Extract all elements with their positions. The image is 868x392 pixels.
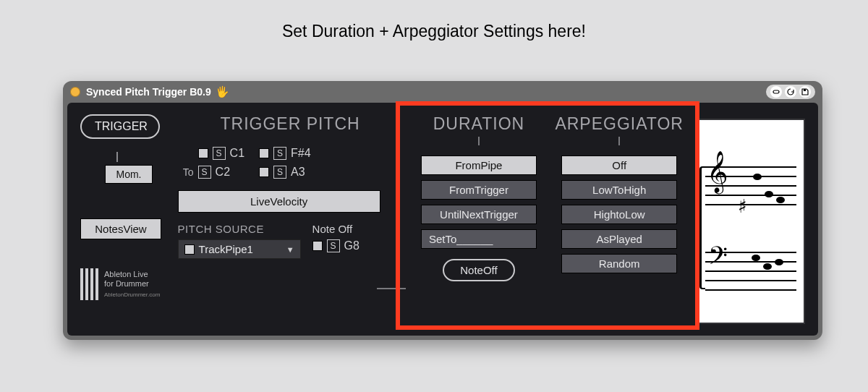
notehead (753, 174, 762, 180)
logo-bars-icon (80, 268, 98, 300)
caption-text: Set Duration + Arpeggiator Settings here… (0, 22, 868, 41)
pitch-heading: TRIGGER PITCH (178, 114, 403, 134)
connector-line (478, 137, 480, 145)
arpeggiator-column: ARPEGGIATOR Off LowToHigh HightoLow AsPl… (555, 114, 684, 324)
titlebar: Synced Pitch Trigger B0.9 🖐 (63, 81, 822, 103)
note-label-4[interactable]: A3 (291, 166, 305, 179)
connector-line (116, 152, 118, 162)
notehead (765, 191, 773, 197)
note-toggle-3[interactable] (259, 148, 269, 158)
treble-staff-lines (705, 166, 796, 213)
device-body: TRIGGER Mom. NotesView Ableton Live for … (67, 103, 818, 336)
pitch-note-rows: S C1 To S C2 S F#4 (178, 147, 403, 179)
logo-block: Ableton Live for Drummer AbletonDrummer.… (80, 268, 165, 300)
notehead (775, 259, 783, 265)
notesview-column: 𝄞 𝄢 ♯ (697, 114, 805, 324)
duration-column: DURATION FromPipe FromTrigger UntilNextT… (416, 114, 542, 324)
pitch-source-select[interactable]: TrackPipe1 ▼ (178, 239, 301, 259)
staff-brace-icon (699, 166, 705, 289)
note-label-2[interactable]: C2 (216, 166, 230, 179)
device-activator-dot[interactable] (70, 87, 80, 97)
pitch-source-led[interactable] (184, 244, 195, 255)
chevron-down-icon: ▼ (286, 245, 294, 254)
noteoff-block: Note Off S G8 (312, 223, 359, 259)
trigger-button[interactable]: TRIGGER (80, 114, 160, 139)
pitch-column: TRIGGER PITCH S C1 To S C2 (178, 114, 403, 324)
device-window: Synced Pitch Trigger B0.9 🖐 TRIGGER Mom.… (63, 81, 822, 340)
solo-button-1[interactable]: S (213, 147, 226, 160)
arpeggiator-option-list: Off LowToHigh HightoLow AsPlayed Random (561, 155, 677, 273)
arpeggiator-heading: ARPEGGIATOR (555, 114, 684, 134)
connector-line (618, 137, 620, 145)
pitch-note-row-4: S A3 (259, 166, 311, 179)
pitch-note-row-1: S C1 (178, 147, 244, 160)
titlebar-icon-group (766, 85, 815, 99)
solo-button-2[interactable]: S (198, 166, 211, 179)
noteoff-note-label[interactable]: G8 (344, 239, 359, 252)
trigger-mode-button[interactable]: Mom. (105, 165, 153, 184)
duration-option-frompipe[interactable]: FromPipe (421, 155, 537, 175)
logo-text: Ableton Live for Drummer AbletonDrummer.… (104, 270, 155, 299)
duration-heading: DURATION (433, 114, 524, 134)
duration-option-fromtrigger[interactable]: FromTrigger (421, 180, 537, 200)
pitch-note-row-2: To S C2 (178, 166, 244, 179)
expand-icon[interactable] (770, 86, 782, 98)
note-toggle-1[interactable] (198, 148, 208, 158)
pitch-note-row-3: S F#4 (259, 147, 311, 160)
grab-hand-icon: 🖐 (216, 85, 229, 98)
note-label-3[interactable]: F#4 (291, 147, 311, 160)
staff-panel: 𝄞 𝄢 ♯ (697, 119, 805, 324)
noteoff-toggle[interactable] (312, 241, 323, 251)
to-label: To (178, 166, 194, 178)
pitch-source-heading: PITCH SOURCE (178, 223, 301, 235)
pitch-source-value: TrackPipe1 (199, 243, 282, 255)
duration-option-untilnext[interactable]: UntilNextTrigger (421, 205, 537, 224)
duration-option-setto[interactable]: SetTo______ (421, 229, 537, 249)
bass-staff-lines (705, 252, 796, 299)
note-label-1[interactable]: C1 (230, 147, 244, 160)
notehead (763, 263, 772, 270)
arp-option-hightolow[interactable]: HightoLow (561, 205, 677, 224)
live-velocity-button[interactable]: LiveVelocity (178, 190, 380, 213)
arp-option-off[interactable]: Off (561, 155, 677, 175)
arp-option-asplayed[interactable]: AsPlayed (561, 229, 677, 249)
noteoff-heading: Note Off (312, 223, 359, 235)
noteoff-solo-button[interactable]: S (327, 239, 340, 252)
trigger-column: TRIGGER Mom. NotesView Ableton Live for … (80, 114, 165, 324)
note-toggle-4[interactable] (259, 167, 269, 177)
save-icon[interactable] (799, 86, 811, 98)
duration-noteoff-button[interactable]: NoteOff (443, 259, 514, 281)
connector-line (377, 288, 406, 289)
refresh-icon[interactable] (785, 86, 796, 98)
solo-button-4[interactable]: S (273, 166, 286, 179)
notehead (776, 197, 785, 203)
device-title: Synced Pitch Trigger B0.9 (86, 86, 211, 98)
solo-button-3[interactable]: S (273, 147, 286, 160)
pitch-source-block: PITCH SOURCE TrackPipe1 ▼ (178, 223, 301, 259)
svg-rect-1 (804, 89, 806, 91)
arp-option-random[interactable]: Random (561, 254, 677, 273)
arp-option-lowtohigh[interactable]: LowToHigh (561, 180, 677, 200)
duration-option-list: FromPipe FromTrigger UntilNextTrigger Se… (421, 155, 537, 249)
notesview-button[interactable]: NotesView (80, 218, 161, 239)
notehead (752, 255, 760, 261)
svg-rect-0 (773, 90, 779, 93)
